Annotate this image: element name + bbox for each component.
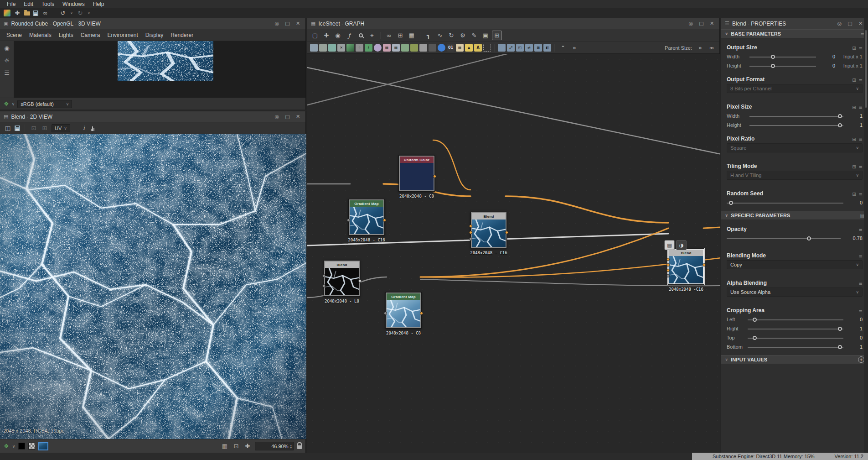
cropping-right-slider[interactable] <box>748 326 843 331</box>
graph-canvas[interactable]: Uniform Color 2048x2048 - C8 Gradient Ma… <box>307 54 720 453</box>
node-tiling-badge[interactable]: ◑ <box>676 240 687 250</box>
cropping-bottom-value[interactable]: 1 <box>847 344 863 350</box>
mirror-node-icon[interactable]: ◧ <box>543 44 551 52</box>
parameter-menu-icon[interactable]: ≡ <box>859 192 863 197</box>
light-icon[interactable]: ☼ <box>4 57 10 64</box>
cropping-left-value[interactable]: 0 <box>847 317 863 322</box>
graph-node-gradient-map-2[interactable]: Gradient Map 2048x2048 - C8 <box>385 292 422 329</box>
save-icon[interactable] <box>33 10 38 16</box>
colorspace-dropdown[interactable]: sRGB (default) ∨ <box>17 100 72 108</box>
opacity-value[interactable]: 0.78 <box>844 235 863 241</box>
warning-node-icon[interactable]: ▲ <box>465 44 473 52</box>
atomic-node-icon[interactable] <box>419 44 427 52</box>
app-logo-icon[interactable] <box>4 10 10 16</box>
expose-parameter-icon[interactable]: ⊞ <box>852 164 856 169</box>
normal-node-icon[interactable] <box>438 44 445 52</box>
crop-node-icon[interactable]: ◱ <box>516 44 524 52</box>
3d-menu-scene[interactable]: Scene <box>3 32 26 38</box>
pixel-height-value[interactable]: 1 <box>847 122 863 128</box>
float-icon[interactable]: ▢ <box>846 21 854 26</box>
parameter-menu-icon[interactable]: ≡ <box>859 137 863 142</box>
comment-icon[interactable]: “ <box>558 43 568 52</box>
node-input-port[interactable] <box>469 231 472 234</box>
graph-node-gradient-map-1[interactable]: Gradient Map 2048x2048 - C16 <box>348 199 385 235</box>
elbow-links-icon[interactable]: ┓ <box>424 31 434 40</box>
undo-icon[interactable]: ↺ <box>59 9 67 17</box>
float-icon[interactable]: ▢ <box>698 21 705 26</box>
information-icon[interactable]: i <box>80 124 88 132</box>
cropping-top-value[interactable]: 0 <box>847 335 863 340</box>
node-output-port[interactable] <box>433 175 436 178</box>
zoom-tool-icon[interactable] <box>356 31 366 40</box>
transform-widget-icon[interactable]: ⊡ <box>30 124 38 132</box>
node-input-port[interactable] <box>469 237 472 240</box>
redo-icon[interactable]: ↻ <box>76 9 84 17</box>
3d-menu-renderer[interactable]: Renderer <box>167 32 197 38</box>
select-tool-icon[interactable]: ▢ <box>310 31 320 40</box>
focus-selection-icon[interactable]: ⌖ <box>367 31 377 40</box>
tools-icon[interactable]: ⚙ <box>458 31 468 40</box>
node-input-port[interactable] <box>666 274 670 277</box>
parameter-menu-icon[interactable]: ≡ <box>859 281 863 286</box>
2d-texture-canvas[interactable]: 2048 x 2048, RGBA, 16bpc <box>0 134 306 439</box>
fit-view-icon[interactable]: ⊡ <box>232 442 240 450</box>
graph-node-uniform-color[interactable]: Uniform Color 2048x2048 - C8 <box>398 155 435 192</box>
pixel-width-slider[interactable] <box>749 114 843 119</box>
2d-view-title-bar[interactable]: ▤ Blend - 2D VIEW ◎ ▢ ✕ <box>0 111 305 122</box>
pixel-ratio-dropdown[interactable]: Square ∨ <box>727 143 863 152</box>
cropping-bottom-slider[interactable] <box>748 345 843 350</box>
tile-node-icon[interactable]: ⊞ <box>534 44 542 52</box>
menu-tools[interactable]: Tools <box>37 1 58 7</box>
frame-all-icon[interactable]: ⊞ <box>492 31 502 40</box>
link-icon[interactable]: ∞ <box>41 9 49 17</box>
parent-size-link-icon[interactable]: ∞ <box>707 43 717 52</box>
node-input-port[interactable] <box>666 263 670 267</box>
node-output-port[interactable] <box>505 231 508 234</box>
colorspace-stack-caret-icon[interactable]: ∨ <box>12 102 15 106</box>
opacity-slider[interactable] <box>727 236 841 241</box>
scrollbar-thumb[interactable] <box>865 30 867 108</box>
new-substance-icon[interactable]: ✚ <box>13 9 21 17</box>
atomic-node-icon[interactable] <box>374 44 382 52</box>
parameter-menu-icon[interactable]: ≡ <box>859 164 863 169</box>
node-input-port[interactable] <box>322 274 326 277</box>
close-icon[interactable]: ✕ <box>857 21 864 26</box>
parameter-menu-icon[interactable]: ≡ <box>859 308 863 314</box>
uv-mode-dropdown[interactable]: UV ∨ <box>52 124 70 132</box>
random-seed-slider[interactable] <box>727 200 843 205</box>
menu-help[interactable]: Help <box>89 1 108 7</box>
3d-viewport[interactable]: ◉ ☼ ☰ <box>0 41 305 98</box>
node-input-port[interactable] <box>347 219 350 222</box>
fx-preview-icon[interactable]: ƒ <box>344 31 354 40</box>
menu-windows[interactable]: Windows <box>58 1 89 7</box>
edit-comment-icon[interactable]: ✎ <box>469 31 479 40</box>
selection-node-icon[interactable] <box>483 44 491 52</box>
cropping-left-slider[interactable] <box>748 317 843 322</box>
node-input-port[interactable] <box>469 225 472 228</box>
grid-toggle-icon[interactable]: ▦ <box>221 442 229 450</box>
node-input-port[interactable] <box>384 312 387 315</box>
close-icon[interactable]: ✕ <box>294 114 302 120</box>
curved-links-icon[interactable]: ∿ <box>435 31 445 40</box>
parameter-menu-icon[interactable]: ≡ <box>859 46 863 51</box>
atomic-node-icon[interactable] <box>319 44 327 52</box>
menu-edit[interactable]: Edit <box>20 1 37 7</box>
blending-mode-dropdown[interactable]: Copy ∨ <box>727 260 863 269</box>
node-input-port[interactable] <box>666 258 670 261</box>
parameter-menu-icon[interactable]: ≡ <box>859 254 863 259</box>
parameter-menu-icon[interactable]: ≡ <box>859 105 863 110</box>
node-output-port[interactable] <box>703 263 706 267</box>
lock-zoom-icon[interactable] <box>297 445 302 449</box>
3d-menu-lights[interactable]: Lights <box>55 32 77 38</box>
svg-node-icon[interactable]: ▦ <box>456 44 464 52</box>
grid-snap-icon[interactable]: ⊞ <box>395 31 405 40</box>
parameter-menu-icon[interactable]: ≡ <box>859 227 863 232</box>
atomic-node-icon[interactable] <box>410 44 418 52</box>
node-output-port[interactable] <box>358 279 362 282</box>
rotate-view-icon[interactable]: ↻ <box>446 31 456 40</box>
output-width-slider[interactable] <box>749 54 816 59</box>
alpha-blending-dropdown[interactable]: Use Source Alpha ∨ <box>727 288 863 297</box>
properties-scrollbar[interactable] <box>864 18 868 453</box>
menu-file[interactable]: File <box>3 1 20 7</box>
pixel-height-slider[interactable] <box>749 123 843 128</box>
